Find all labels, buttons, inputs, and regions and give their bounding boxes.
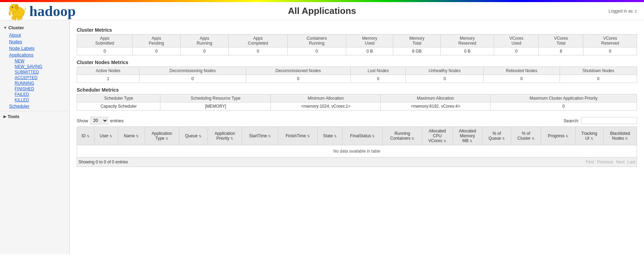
sidebar-item-accepted[interactable]: ACCEPTED xyxy=(13,75,69,80)
col-blacklisted-nodes[interactable]: BlacklistedNodes ⇅ xyxy=(603,127,637,145)
queue-sort-icon: ⇅ xyxy=(199,134,202,138)
progress-sort-icon: ⇅ xyxy=(566,134,568,138)
header: hadoop All Applications Logged in as: c xyxy=(0,2,644,20)
col-memory-reserved: MemoryReserved xyxy=(440,34,494,47)
apps-table: ID ⇅ User ⇅ Name ⇅ ApplicationType ⇅ Que… xyxy=(77,126,637,157)
svg-point-4 xyxy=(15,4,18,10)
sidebar-item-killed[interactable]: KILLED xyxy=(13,97,69,103)
col-running-containers[interactable]: RunningContainers ⇅ xyxy=(382,127,422,145)
col-vcores-reserved: VCoresReserved xyxy=(583,34,637,47)
pct-queue-sort-icon: ⇅ xyxy=(502,137,505,140)
sidebar-item-new-saving[interactable]: NEW_SAVING xyxy=(13,64,69,69)
col-tracking-ui[interactable]: TrackingUI ⇅ xyxy=(575,127,603,145)
col-user[interactable]: User ⇅ xyxy=(94,127,118,145)
col-queue[interactable]: Queue ⇅ xyxy=(179,127,208,145)
logo: hadoop xyxy=(7,1,76,21)
priority-sort-icon: ⇅ xyxy=(230,137,233,140)
cluster-links: About Nodes Node Labels Applications NEW… xyxy=(0,32,69,109)
main-content: Cluster Metrics AppsSubmitted AppsPendin… xyxy=(70,20,644,254)
first-button[interactable]: First xyxy=(586,160,594,164)
sidebar: ▼ Cluster About Nodes Node Labels Applic… xyxy=(0,20,70,254)
memory-sort-icon: ⇅ xyxy=(470,139,472,143)
col-finish-time[interactable]: FinishTime ⇅ xyxy=(278,127,318,145)
col-start-time[interactable]: StartTime ⇅ xyxy=(242,127,278,145)
col-final-status[interactable]: FinalStatus ⇅ xyxy=(342,127,382,145)
cluster-label: Cluster xyxy=(8,25,24,30)
val-active-nodes: 1 xyxy=(77,75,139,83)
val-containers-running: 0 xyxy=(287,47,346,55)
svg-rect-7 xyxy=(20,16,22,20)
val-decommissioning-nodes: 0 xyxy=(139,75,246,83)
val-scheduling-resource-type: [MEMORY] xyxy=(160,102,271,110)
svg-point-3 xyxy=(13,7,13,7)
col-memory-total: MemoryTotal xyxy=(393,34,440,47)
user-sort-icon: ⇅ xyxy=(109,134,112,138)
col-rebooted-nodes: Rebooted Nodes xyxy=(484,67,560,75)
layout: ▼ Cluster About Nodes Node Labels Applic… xyxy=(0,20,644,254)
page-title: All Applications xyxy=(288,6,356,16)
previous-button[interactable]: Previous xyxy=(597,160,613,164)
last-button[interactable]: Last xyxy=(627,160,635,164)
pct-cluster-sort-icon: ⇅ xyxy=(532,137,535,140)
tools-toggle[interactable]: ▶ Tools xyxy=(0,113,69,121)
entries-select[interactable]: 10 20 50 100 xyxy=(90,117,108,124)
app-sublinks: NEW NEW_SAVING SUBMITTED ACCEPTED RUNNIN… xyxy=(6,58,69,103)
login-status: Logged in as: c xyxy=(609,9,637,14)
val-unhealthy-nodes: 0 xyxy=(406,75,484,83)
sidebar-item-finished[interactable]: FINISHED xyxy=(13,86,69,92)
cluster-toggle[interactable]: ▼ Cluster xyxy=(0,24,69,32)
col-pct-queue[interactable]: % ofQueue ⇅ xyxy=(482,127,511,145)
search-input[interactable] xyxy=(581,117,637,124)
cluster-arrow-icon: ▼ xyxy=(3,26,7,30)
col-vcores-used: VCoresUsed xyxy=(494,34,539,47)
col-pct-cluster[interactable]: % ofCluster ⇅ xyxy=(511,127,541,145)
col-vcores-total: VCoresTotal xyxy=(539,34,583,47)
col-apps-completed: AppsCompleted xyxy=(229,34,287,47)
col-scheduling-resource-type: Scheduling Resource Type xyxy=(160,94,271,102)
sidebar-item-about[interactable]: About xyxy=(6,32,69,38)
col-max-cluster-priority: Maximum Cluster Application Priority xyxy=(490,94,637,102)
val-vcores-reserved: 0 xyxy=(583,47,637,55)
val-shutdown-nodes: 0 xyxy=(560,75,637,83)
col-apps-pending: AppsPending xyxy=(132,34,180,47)
cluster-nodes-row: 1 0 0 0 0 0 0 xyxy=(77,75,637,83)
sidebar-item-submitted[interactable]: SUBMITTED xyxy=(13,69,69,75)
no-data-row: No data available in table xyxy=(77,145,637,157)
sidebar-item-nodes[interactable]: Nodes xyxy=(6,38,69,45)
val-scheduler-type: Capacity Scheduler xyxy=(77,102,160,110)
svg-rect-6 xyxy=(17,17,20,20)
state-sort-icon: ⇅ xyxy=(334,134,337,138)
val-lost-nodes: 0 xyxy=(350,75,406,83)
val-rebooted-nodes: 0 xyxy=(484,75,560,83)
col-shutdown-nodes: Shutdown Nodes xyxy=(560,67,637,75)
sidebar-divider xyxy=(0,111,69,111)
col-allocated-memory[interactable]: AllocatedMemoryMB ⇅ xyxy=(453,127,482,145)
col-min-allocation: Minimum Allocation xyxy=(271,94,381,102)
show-label: Show xyxy=(77,118,88,123)
search-label: Search: xyxy=(563,118,579,123)
sidebar-item-scheduler[interactable]: Scheduler xyxy=(6,103,69,109)
sidebar-item-failed[interactable]: FAILED xyxy=(13,92,69,97)
sidebar-item-node-labels[interactable]: Node Labels xyxy=(6,45,69,52)
sidebar-item-new[interactable]: NEW xyxy=(13,58,69,64)
col-containers-running: ContainersRunning xyxy=(287,34,346,47)
col-app-priority[interactable]: ApplicationPriority ⇅ xyxy=(208,127,242,145)
val-memory-used: 0 B xyxy=(346,47,393,55)
cluster-metrics-table: AppsSubmitted AppsPending AppsRunning Ap… xyxy=(77,34,637,55)
pagination-links: First Previous Next Last xyxy=(586,160,635,164)
elephant-icon xyxy=(7,1,28,21)
search-area: Search: xyxy=(563,117,637,124)
sidebar-item-applications[interactable]: Applications xyxy=(6,52,69,58)
col-allocated-cpu[interactable]: AllocatedCPUVCores ⇅ xyxy=(422,127,453,145)
sidebar-item-running[interactable]: RUNNING xyxy=(13,80,69,86)
svg-rect-5 xyxy=(14,17,16,20)
col-progress[interactable]: Progress ⇅ xyxy=(541,127,575,145)
next-button[interactable]: Next xyxy=(616,160,625,164)
table-controls: Show 10 20 50 100 entries Search: xyxy=(77,115,637,126)
col-state[interactable]: State ⇅ xyxy=(317,127,342,145)
tools-arrow-icon: ▶ xyxy=(3,115,6,118)
col-name[interactable]: Name ⇅ xyxy=(118,127,145,145)
col-app-type[interactable]: ApplicationType ⇅ xyxy=(145,127,179,145)
col-id[interactable]: ID ⇅ xyxy=(77,127,94,145)
cluster-section: ▼ Cluster About Nodes Node Labels Applic… xyxy=(0,24,69,109)
